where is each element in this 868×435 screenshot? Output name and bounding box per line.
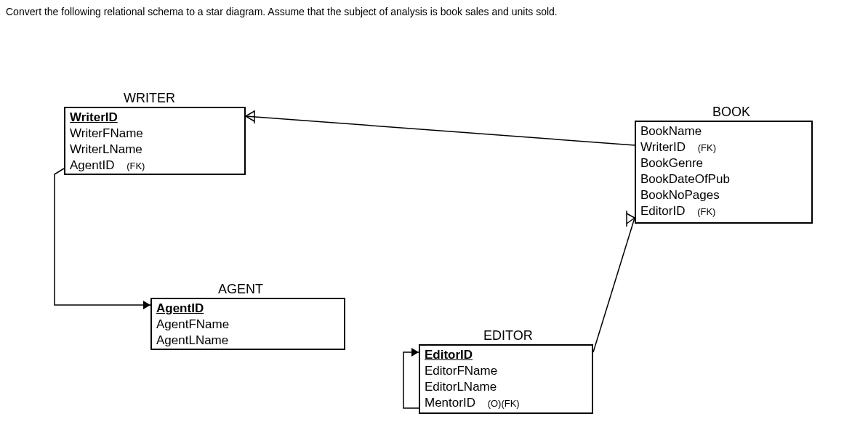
svg-line-0 bbox=[246, 116, 635, 145]
book-title: BOOK bbox=[712, 105, 750, 120]
writer-agentid: AgentID (FK) bbox=[70, 158, 240, 174]
writer-entity: WriterID WriterFName WriterLName AgentID… bbox=[64, 107, 246, 175]
editor-mentorid-label: MentorID bbox=[425, 396, 475, 410]
book-nopages: BookNoPages bbox=[640, 187, 807, 203]
book-entity: BookName WriterID (FK) BookGenre BookDat… bbox=[635, 121, 813, 224]
instruction-text: Convert the following relational schema … bbox=[6, 6, 558, 17]
writer-lname: WriterLName bbox=[70, 142, 240, 158]
agent-entity: AgentID AgentFName AgentLName bbox=[150, 298, 345, 350]
svg-marker-4 bbox=[143, 301, 150, 309]
agent-lname: AgentLName bbox=[156, 333, 339, 349]
svg-line-5 bbox=[593, 218, 635, 352]
book-writerid-fk: (FK) bbox=[698, 142, 716, 153]
book-editorid: EditorID (FK) bbox=[640, 203, 807, 219]
writer-pk: WriterID bbox=[70, 110, 240, 126]
svg-line-6 bbox=[627, 214, 635, 218]
book-bookname: BookName bbox=[640, 123, 807, 139]
book-writerid: WriterID (FK) bbox=[640, 139, 807, 155]
agent-title: AGENT bbox=[218, 282, 263, 297]
editor-mentorid: MentorID (O)(FK) bbox=[425, 395, 587, 411]
writer-title: WRITER bbox=[124, 91, 175, 106]
editor-lname: EditorLName bbox=[425, 379, 587, 395]
editor-title: EDITOR bbox=[483, 328, 533, 343]
svg-line-7 bbox=[627, 218, 635, 224]
svg-marker-9 bbox=[411, 348, 419, 357]
editor-entity: EditorID EditorFName EditorLName MentorI… bbox=[419, 344, 593, 414]
agent-fname: AgentFName bbox=[156, 317, 339, 333]
writer-fname: WriterFName bbox=[70, 126, 240, 142]
writer-agentid-fk: (FK) bbox=[126, 160, 145, 171]
editor-pk: EditorID bbox=[425, 347, 587, 363]
book-attrs: BookName WriterID (FK) BookGenre BookDat… bbox=[636, 122, 811, 221]
agent-pk: AgentID bbox=[156, 301, 339, 317]
editor-attrs: EditorID EditorFName EditorLName MentorI… bbox=[420, 346, 592, 412]
svg-line-1 bbox=[246, 111, 254, 116]
editor-fname: EditorFName bbox=[425, 363, 587, 379]
book-dateofpub: BookDateOfPub bbox=[640, 171, 807, 187]
book-genre: BookGenre bbox=[640, 155, 807, 171]
editor-mentorid-fk: (O)(FK) bbox=[488, 398, 520, 409]
book-editorid-fk: (FK) bbox=[697, 206, 715, 217]
svg-line-2 bbox=[246, 116, 254, 121]
writer-agentid-label: AgentID bbox=[70, 158, 114, 172]
agent-attrs: AgentID AgentFName AgentLName bbox=[152, 299, 344, 350]
book-editorid-label: EditorID bbox=[640, 204, 685, 218]
writer-attrs: WriterID WriterFName WriterLName AgentID… bbox=[65, 108, 244, 175]
book-writerid-label: WriterID bbox=[640, 140, 686, 154]
